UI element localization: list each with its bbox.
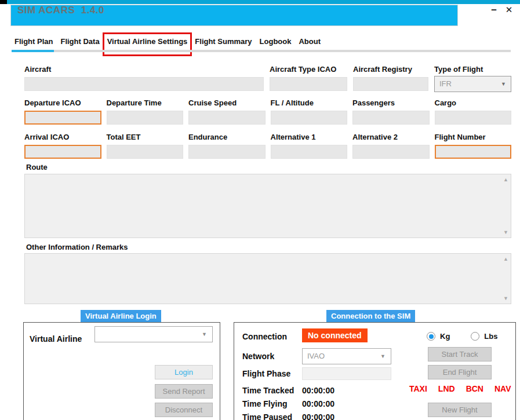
- flight-phase-input[interactable]: [302, 367, 391, 380]
- disconnect-button[interactable]: Disconnect: [155, 403, 213, 417]
- flag-taxi: TAXI: [409, 384, 427, 393]
- tab-flight-plan-label: Flight Plan: [14, 37, 53, 46]
- network-select[interactable]: IVAO ▼: [302, 348, 391, 364]
- flag-bcn: BCN: [466, 384, 483, 393]
- aircraft-input[interactable]: [24, 77, 264, 91]
- va-login-header: Virtual Airline Login: [81, 310, 161, 322]
- scroll-down-icon[interactable]: ▼: [503, 295, 508, 301]
- alternative-1-label: Alternative 1: [271, 133, 348, 143]
- send-report-button[interactable]: Send Report: [155, 384, 213, 399]
- departure-icao-input[interactable]: [24, 111, 101, 125]
- connection-status-badge: No connected: [302, 328, 368, 342]
- other-remarks-textarea[interactable]: ▲ ▼: [24, 253, 511, 304]
- chevron-down-icon: ▼: [202, 327, 207, 342]
- time-flying-value: 00:00:00: [302, 399, 334, 408]
- passengers-label: Passengers: [352, 98, 430, 108]
- cargo-input[interactable]: [435, 111, 512, 125]
- sim-connection-group: Connection No connected Network IVAO ▼ F…: [234, 322, 516, 420]
- time-tracked-value: 00:00:00: [302, 386, 334, 395]
- total-eet-label: Total EET: [107, 133, 184, 143]
- scroll-up-icon[interactable]: ▲: [503, 177, 508, 182]
- tab-about[interactable]: About: [299, 37, 321, 46]
- tab-flight-data-label: Flight Data: [60, 37, 99, 46]
- aircraft-type-icao-label: Aircraft Type ICAO: [270, 65, 347, 75]
- minimize-icon: –: [491, 4, 496, 15]
- va-login-group: Virtual Airline ▼ Login Send Report Disc…: [23, 322, 220, 420]
- network-label: Network: [242, 352, 274, 361]
- flag-lnd: LND: [438, 384, 455, 393]
- flight-number-input[interactable]: [435, 145, 512, 159]
- lbs-radio[interactable]: [471, 332, 479, 341]
- kg-radio[interactable]: [427, 332, 435, 341]
- app-window: SIM ACARS 1.4.0 – ✕ Flight Plan Flight D…: [0, 0, 520, 420]
- virtual-airline-select[interactable]: ▼: [94, 326, 213, 342]
- kg-radio-label: Kg: [440, 332, 450, 341]
- fl-altitude-input[interactable]: [271, 111, 348, 125]
- weight-unit-radio-group: Kg Lbs: [427, 332, 497, 341]
- time-flying-label: Time Flying: [242, 399, 288, 408]
- departure-icao-label: Departure ICAO: [24, 98, 101, 108]
- status-flags: TAXI LND BCN NAV: [409, 384, 511, 393]
- close-button[interactable]: ✕: [502, 2, 516, 17]
- close-icon: ✕: [506, 5, 513, 14]
- departure-time-label: Departure Time: [107, 98, 184, 108]
- network-value: IVAO: [307, 352, 325, 360]
- chevron-down-icon: ▼: [380, 349, 386, 364]
- cargo-label: Cargo: [435, 98, 512, 108]
- type-of-flight-select[interactable]: IFR ▼: [434, 76, 511, 92]
- form-row-2: Departure ICAO Departure Time Cruise Spe…: [24, 98, 511, 125]
- minimize-button[interactable]: –: [487, 2, 501, 17]
- sim-connection-header: Connection to the SIM: [326, 310, 415, 322]
- time-tracked-label: Time Tracked: [242, 386, 294, 395]
- chevron-down-icon: ▼: [501, 76, 506, 92]
- fl-altitude-label: FL / Altitude: [271, 98, 348, 108]
- login-button[interactable]: Login: [155, 365, 213, 379]
- route-textarea[interactable]: ▲ ▼: [24, 174, 511, 238]
- passengers-input[interactable]: [352, 111, 430, 125]
- departure-time-input[interactable]: [107, 111, 184, 125]
- window-corner-mark: [0, 0, 7, 4]
- alternative-2-input[interactable]: [352, 145, 430, 159]
- virtual-airline-label: Virtual Airline: [30, 334, 82, 344]
- flight-number-label: Flight Number: [435, 133, 512, 143]
- tab-logbook[interactable]: Logbook: [260, 37, 292, 46]
- tab-virtual-airline-settings-label: Virtual Airline Settings: [107, 37, 188, 46]
- tab-flight-data[interactable]: Flight Data: [60, 37, 99, 46]
- flight-phase-label: Flight Phase: [242, 369, 290, 378]
- form-row-1: Aircraft Aircraft Type ICAO Aircraft Reg…: [24, 65, 511, 92]
- scroll-up-icon[interactable]: ▲: [503, 256, 508, 262]
- aircraft-type-icao-input[interactable]: [270, 77, 347, 91]
- cruise-speed-label: Cruise Speed: [188, 98, 266, 108]
- tab-flight-summary-label: Flight Summary: [195, 37, 252, 46]
- connection-label: Connection: [242, 332, 287, 341]
- other-remarks-label: Other Information / Remarks: [26, 243, 128, 251]
- aircraft-registry-input[interactable]: [353, 77, 428, 91]
- tab-virtual-airline-settings[interactable]: Virtual Airline Settings: [107, 37, 188, 46]
- scroll-down-icon[interactable]: ▼: [503, 229, 508, 235]
- tab-bar: Flight Plan Flight Data Virtual Airline …: [14, 37, 321, 46]
- route-label: Route: [26, 163, 48, 171]
- type-of-flight-label: Type of Flight: [434, 65, 511, 75]
- window-title: SIM ACARS 1.4.0: [17, 5, 104, 16]
- type-of-flight-value: IFR: [439, 79, 452, 88]
- start-track-button[interactable]: Start Track: [428, 347, 492, 361]
- tab-logbook-label: Logbook: [260, 37, 292, 46]
- tab-flight-summary[interactable]: Flight Summary: [195, 37, 252, 46]
- arrival-icao-input[interactable]: [24, 145, 101, 159]
- total-eet-input[interactable]: [107, 145, 184, 159]
- alternative-2-label: Alternative 2: [352, 133, 430, 143]
- aircraft-label: Aircraft: [24, 65, 264, 75]
- tab-flight-plan[interactable]: Flight Plan: [14, 37, 53, 46]
- new-flight-button[interactable]: New Flight: [428, 403, 492, 417]
- time-paused-label: Time Paused: [242, 412, 292, 420]
- end-flight-button[interactable]: End Flight: [428, 365, 492, 379]
- endurance-label: Endurance: [188, 133, 266, 143]
- window-top-strip: [0, 0, 520, 4]
- cruise-speed-input[interactable]: [188, 111, 266, 125]
- lbs-radio-label: Lbs: [484, 332, 497, 341]
- flag-nav: NAV: [494, 384, 511, 393]
- endurance-input[interactable]: [188, 145, 266, 159]
- alternative-1-input[interactable]: [271, 145, 348, 159]
- form-row-3: Arrival ICAO Total EET Endurance Alterna…: [24, 133, 511, 159]
- time-paused-value: 00:00:00: [302, 412, 334, 420]
